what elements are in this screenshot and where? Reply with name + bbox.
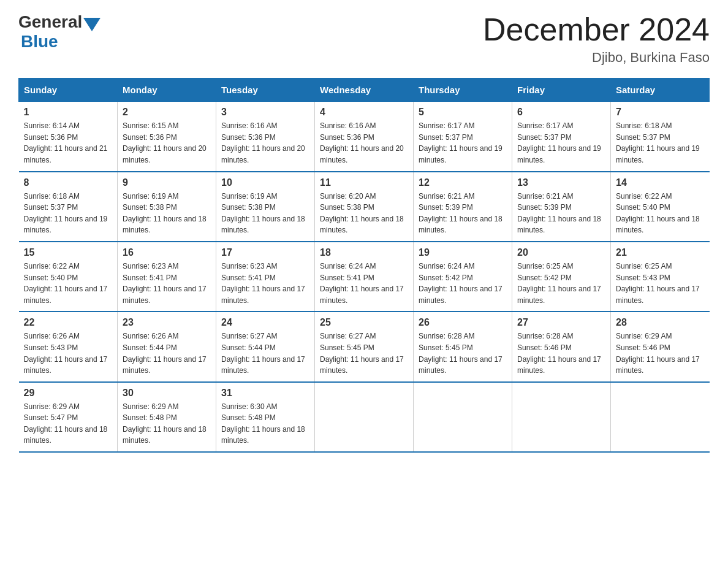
day-info: Sunrise: 6:26 AMSunset: 5:43 PMDaylight:… bbox=[24, 331, 113, 376]
day-info: Sunrise: 6:19 AMSunset: 5:38 PMDaylight:… bbox=[221, 191, 309, 236]
calendar-week-row: 15Sunrise: 6:22 AMSunset: 5:40 PMDayligh… bbox=[19, 242, 710, 312]
day-info: Sunrise: 6:22 AMSunset: 5:40 PMDaylight:… bbox=[616, 191, 705, 236]
day-info: Sunrise: 6:29 AMSunset: 5:46 PMDaylight:… bbox=[616, 331, 705, 376]
calendar-cell: 9Sunrise: 6:19 AMSunset: 5:38 PMDaylight… bbox=[118, 172, 216, 242]
day-info: Sunrise: 6:14 AMSunset: 5:36 PMDaylight:… bbox=[24, 120, 113, 166]
day-info: Sunrise: 6:29 AMSunset: 5:48 PMDaylight:… bbox=[123, 401, 211, 446]
day-number: 31 bbox=[221, 388, 309, 399]
calendar-cell: 5Sunrise: 6:17 AMSunset: 5:37 PMDaylight… bbox=[414, 102, 512, 172]
page-header: General Blue December 2024 Djibo, Burkin… bbox=[18, 12, 710, 66]
day-number: 7 bbox=[616, 107, 705, 118]
logo: General Blue bbox=[18, 12, 102, 52]
day-number: 1 bbox=[24, 107, 113, 118]
calendar-cell: 4Sunrise: 6:16 AMSunset: 5:36 PMDaylight… bbox=[315, 102, 414, 172]
day-info: Sunrise: 6:27 AMSunset: 5:45 PMDaylight:… bbox=[320, 331, 408, 376]
calendar-cell: 24Sunrise: 6:27 AMSunset: 5:44 PMDayligh… bbox=[216, 312, 315, 381]
day-info: Sunrise: 6:24 AMSunset: 5:41 PMDaylight:… bbox=[320, 261, 408, 306]
day-info: Sunrise: 6:24 AMSunset: 5:42 PMDaylight:… bbox=[419, 261, 507, 306]
day-number: 13 bbox=[517, 177, 605, 188]
day-number: 2 bbox=[123, 107, 211, 118]
day-number: 11 bbox=[320, 177, 408, 188]
day-info: Sunrise: 6:17 AMSunset: 5:37 PMDaylight:… bbox=[517, 120, 605, 166]
calendar-week-row: 29Sunrise: 6:29 AMSunset: 5:47 PMDayligh… bbox=[19, 382, 710, 452]
calendar-cell: 18Sunrise: 6:24 AMSunset: 5:41 PMDayligh… bbox=[315, 242, 414, 312]
weekday-header-row: SundayMondayTuesdayWednesdayThursdayFrid… bbox=[19, 79, 710, 102]
day-number: 18 bbox=[320, 247, 408, 258]
day-info: Sunrise: 6:18 AMSunset: 5:37 PMDaylight:… bbox=[24, 191, 113, 236]
day-number: 9 bbox=[123, 177, 211, 188]
weekday-header-sunday: Sunday bbox=[19, 79, 118, 102]
day-number: 3 bbox=[221, 107, 309, 118]
day-number: 17 bbox=[221, 247, 309, 258]
calendar-cell: 6Sunrise: 6:17 AMSunset: 5:37 PMDaylight… bbox=[512, 102, 611, 172]
weekday-header-saturday: Saturday bbox=[611, 79, 710, 102]
day-info: Sunrise: 6:21 AMSunset: 5:39 PMDaylight:… bbox=[517, 191, 605, 236]
calendar-cell: 1Sunrise: 6:14 AMSunset: 5:36 PMDaylight… bbox=[19, 102, 118, 172]
day-number: 16 bbox=[123, 247, 211, 258]
day-info: Sunrise: 6:19 AMSunset: 5:38 PMDaylight:… bbox=[123, 191, 211, 236]
day-info: Sunrise: 6:25 AMSunset: 5:42 PMDaylight:… bbox=[517, 261, 605, 306]
calendar-cell: 13Sunrise: 6:21 AMSunset: 5:39 PMDayligh… bbox=[512, 172, 611, 242]
calendar-cell: 21Sunrise: 6:25 AMSunset: 5:43 PMDayligh… bbox=[611, 242, 710, 312]
calendar-cell: 3Sunrise: 6:16 AMSunset: 5:36 PMDaylight… bbox=[216, 102, 315, 172]
day-number: 23 bbox=[123, 317, 211, 328]
logo-blue-text: Blue bbox=[21, 32, 58, 51]
day-number: 12 bbox=[419, 177, 507, 188]
day-info: Sunrise: 6:25 AMSunset: 5:43 PMDaylight:… bbox=[616, 261, 705, 306]
calendar-cell: 2Sunrise: 6:15 AMSunset: 5:36 PMDaylight… bbox=[118, 102, 216, 172]
weekday-header-tuesday: Tuesday bbox=[216, 79, 315, 102]
day-info: Sunrise: 6:18 AMSunset: 5:37 PMDaylight:… bbox=[616, 120, 705, 166]
calendar-cell: 30Sunrise: 6:29 AMSunset: 5:48 PMDayligh… bbox=[118, 382, 216, 452]
day-number: 29 bbox=[24, 388, 113, 399]
calendar-cell bbox=[512, 382, 611, 452]
calendar-cell: 15Sunrise: 6:22 AMSunset: 5:40 PMDayligh… bbox=[19, 242, 118, 312]
title-section: December 2024 Djibo, Burkina Faso bbox=[483, 12, 710, 66]
weekday-header-wednesday: Wednesday bbox=[315, 79, 414, 102]
calendar-cell: 20Sunrise: 6:25 AMSunset: 5:42 PMDayligh… bbox=[512, 242, 611, 312]
calendar-cell: 16Sunrise: 6:23 AMSunset: 5:41 PMDayligh… bbox=[118, 242, 216, 312]
day-info: Sunrise: 6:17 AMSunset: 5:37 PMDaylight:… bbox=[419, 120, 507, 166]
calendar-cell: 7Sunrise: 6:18 AMSunset: 5:37 PMDaylight… bbox=[611, 102, 710, 172]
day-info: Sunrise: 6:15 AMSunset: 5:36 PMDaylight:… bbox=[123, 120, 211, 166]
calendar-cell bbox=[315, 382, 414, 452]
calendar-cell: 26Sunrise: 6:28 AMSunset: 5:45 PMDayligh… bbox=[414, 312, 512, 381]
calendar-cell: 11Sunrise: 6:20 AMSunset: 5:38 PMDayligh… bbox=[315, 172, 414, 242]
day-number: 14 bbox=[616, 177, 705, 188]
calendar-cell: 25Sunrise: 6:27 AMSunset: 5:45 PMDayligh… bbox=[315, 312, 414, 381]
day-info: Sunrise: 6:30 AMSunset: 5:48 PMDaylight:… bbox=[221, 401, 309, 446]
logo-arrow-icon bbox=[83, 18, 100, 31]
day-info: Sunrise: 6:27 AMSunset: 5:44 PMDaylight:… bbox=[221, 331, 309, 376]
calendar-week-row: 8Sunrise: 6:18 AMSunset: 5:37 PMDaylight… bbox=[19, 172, 710, 242]
calendar-week-row: 22Sunrise: 6:26 AMSunset: 5:43 PMDayligh… bbox=[19, 312, 710, 381]
day-number: 5 bbox=[419, 107, 507, 118]
weekday-header-monday: Monday bbox=[118, 79, 216, 102]
day-number: 28 bbox=[616, 317, 705, 328]
day-number: 26 bbox=[419, 317, 507, 328]
month-title: December 2024 bbox=[483, 12, 710, 47]
calendar-cell: 17Sunrise: 6:23 AMSunset: 5:41 PMDayligh… bbox=[216, 242, 315, 312]
calendar-cell: 28Sunrise: 6:29 AMSunset: 5:46 PMDayligh… bbox=[611, 312, 710, 381]
day-info: Sunrise: 6:23 AMSunset: 5:41 PMDaylight:… bbox=[221, 261, 309, 306]
calendar-cell: 27Sunrise: 6:28 AMSunset: 5:46 PMDayligh… bbox=[512, 312, 611, 381]
day-number: 15 bbox=[24, 247, 113, 258]
calendar-cell: 31Sunrise: 6:30 AMSunset: 5:48 PMDayligh… bbox=[216, 382, 315, 452]
day-number: 10 bbox=[221, 177, 309, 188]
day-number: 30 bbox=[123, 388, 211, 399]
calendar-cell bbox=[414, 382, 512, 452]
weekday-header-friday: Friday bbox=[512, 79, 611, 102]
day-info: Sunrise: 6:16 AMSunset: 5:36 PMDaylight:… bbox=[320, 120, 408, 166]
day-number: 20 bbox=[517, 247, 605, 258]
day-number: 25 bbox=[320, 317, 408, 328]
calendar-week-row: 1Sunrise: 6:14 AMSunset: 5:36 PMDaylight… bbox=[19, 102, 710, 172]
calendar-cell: 22Sunrise: 6:26 AMSunset: 5:43 PMDayligh… bbox=[19, 312, 118, 381]
day-number: 6 bbox=[517, 107, 605, 118]
day-info: Sunrise: 6:20 AMSunset: 5:38 PMDaylight:… bbox=[320, 191, 408, 236]
day-info: Sunrise: 6:22 AMSunset: 5:40 PMDaylight:… bbox=[24, 261, 113, 306]
day-info: Sunrise: 6:29 AMSunset: 5:47 PMDaylight:… bbox=[24, 401, 113, 446]
calendar-cell: 8Sunrise: 6:18 AMSunset: 5:37 PMDaylight… bbox=[19, 172, 118, 242]
day-info: Sunrise: 6:21 AMSunset: 5:39 PMDaylight:… bbox=[419, 191, 507, 236]
logo-general-text: General bbox=[18, 12, 82, 32]
day-number: 27 bbox=[517, 317, 605, 328]
calendar-cell: 10Sunrise: 6:19 AMSunset: 5:38 PMDayligh… bbox=[216, 172, 315, 242]
day-number: 21 bbox=[616, 247, 705, 258]
